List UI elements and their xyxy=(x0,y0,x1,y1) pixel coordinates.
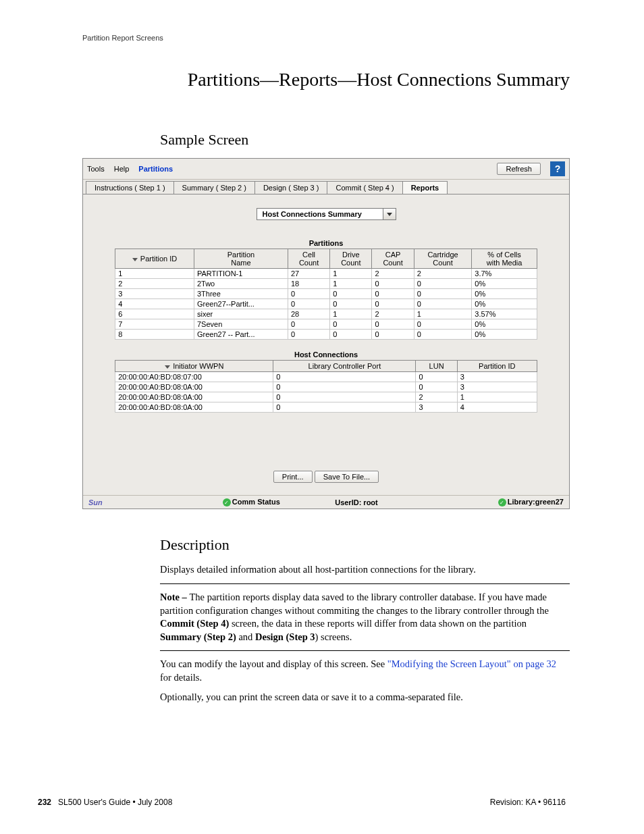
col-cartridge-count[interactable]: Cartridge Count xyxy=(414,249,472,269)
table-row[interactable]: 1PARTITION-1271223.7% xyxy=(115,269,537,279)
hosts-table-title: Host Connections xyxy=(97,350,556,359)
col-drive-count[interactable]: Drive Count xyxy=(330,249,372,269)
modifying-layout-link[interactable]: "Modifying the Screen Layout" on page 32 xyxy=(387,658,556,669)
tab-design[interactable]: Design ( Step 3 ) xyxy=(254,181,328,194)
table-cell: 0 xyxy=(414,319,472,330)
table-row[interactable]: 22Two181000% xyxy=(115,279,537,289)
menu-help[interactable]: Help xyxy=(114,165,130,173)
table-row[interactable]: 4Green27--Partit...00000% xyxy=(115,299,537,309)
save-to-file-button[interactable]: Save To File... xyxy=(315,471,379,483)
sun-logo: Sun xyxy=(88,498,103,506)
col-cell-count[interactable]: Cell Count xyxy=(288,249,329,269)
table-cell: 7 xyxy=(115,319,194,330)
page-footer: 232 SL500 User's Guide • July 2008 Revis… xyxy=(38,798,566,807)
table-cell: 28 xyxy=(288,309,329,319)
application-window: Tools Help Partitions Refresh ? Instruct… xyxy=(82,158,570,509)
col-lun[interactable]: LUN xyxy=(416,361,457,372)
help-icon[interactable]: ? xyxy=(550,161,565,176)
description-body: Displays detailed information about all … xyxy=(160,563,570,704)
table-cell: 1 xyxy=(457,392,537,402)
table-row[interactable]: 20:00:00:A0:BD:08:07:00003 xyxy=(115,372,537,382)
table-cell: 2Two xyxy=(194,279,288,289)
running-header: Partition Report Screens xyxy=(82,34,570,42)
table-row[interactable]: 20:00:00:A0:BD:08:0A:00034 xyxy=(115,402,537,413)
revision-label: Revision: KA • 96116 xyxy=(490,798,566,807)
refresh-button[interactable]: Refresh xyxy=(497,163,541,175)
table-cell: PARTITION-1 xyxy=(194,269,288,279)
table-cell: 7Seven xyxy=(194,319,288,330)
menu-tools[interactable]: Tools xyxy=(87,165,105,173)
table-cell: 3.57% xyxy=(472,309,537,319)
table-row[interactable]: 20:00:00:A0:BD:08:0A:00021 xyxy=(115,392,537,402)
table-row[interactable]: 77Seven00000% xyxy=(115,319,537,330)
sort-indicator-icon xyxy=(132,258,138,261)
table-cell: 0 xyxy=(273,392,416,402)
library-label: ✓Library:green27 xyxy=(498,498,564,506)
chevron-down-icon[interactable] xyxy=(383,208,396,220)
print-button[interactable]: Print... xyxy=(273,471,313,483)
table-cell: 0 xyxy=(330,330,372,340)
guide-title: SL500 User's Guide • July 2008 xyxy=(58,798,172,807)
section-description: Description xyxy=(160,536,570,554)
table-cell: 2 xyxy=(416,392,457,402)
check-icon: ✓ xyxy=(498,498,506,506)
table-cell: 3 xyxy=(457,382,537,392)
table-cell: 3.7% xyxy=(472,269,537,279)
table-cell: 0 xyxy=(330,319,372,330)
table-row[interactable]: 33Three00000% xyxy=(115,289,537,299)
table-cell: 0 xyxy=(372,330,414,340)
table-row[interactable]: 6sixer281213.57% xyxy=(115,309,537,319)
col-cap-count[interactable]: CAP Count xyxy=(372,249,414,269)
col-controller-port[interactable]: Library Controller Port xyxy=(273,361,416,372)
tab-bar: Instructions ( Step 1 ) Summary ( Step 2… xyxy=(83,180,569,194)
table-cell: 0 xyxy=(416,372,457,382)
table-cell: 1 xyxy=(330,279,372,289)
table-cell: 2 xyxy=(115,279,194,289)
tab-summary[interactable]: Summary ( Step 2 ) xyxy=(173,181,255,194)
tab-reports[interactable]: Reports xyxy=(402,181,448,194)
report-select[interactable]: Host Connections Summary xyxy=(257,208,396,220)
check-icon: ✓ xyxy=(223,498,231,506)
table-cell: 4 xyxy=(457,402,537,413)
col-partition-id[interactable]: Partition ID xyxy=(115,249,194,269)
table-cell: 3 xyxy=(115,289,194,299)
desc-p1: Displays detailed information about all … xyxy=(160,563,570,577)
desc-note: Note – The partition reports display dat… xyxy=(160,591,570,644)
table-row[interactable]: 8Green27 -- Part...00000% xyxy=(115,330,537,340)
table-cell: 20:00:00:A0:BD:08:0A:00 xyxy=(115,402,273,413)
table-cell: 0 xyxy=(416,382,457,392)
page-title: Partitions—Reports—Host Connections Summ… xyxy=(82,69,570,90)
table-cell: 0 xyxy=(273,372,416,382)
col-initiator-wwpn[interactable]: Initiator WWPN xyxy=(115,361,273,372)
col-pct-media[interactable]: % of Cells with Media xyxy=(472,249,537,269)
table-cell: 1 xyxy=(414,309,472,319)
tab-commit[interactable]: Commit ( Step 4 ) xyxy=(327,181,402,194)
table-cell: 2 xyxy=(372,309,414,319)
desc-p3: Optionally, you can print the screen dat… xyxy=(160,691,570,704)
table-cell: 0 xyxy=(288,299,329,309)
table-cell: 0 xyxy=(330,289,372,299)
table-cell: 1 xyxy=(330,309,372,319)
user-id-label: UserID: root xyxy=(335,498,378,506)
col-partition-id-host[interactable]: Partition ID xyxy=(457,361,537,372)
table-cell: 1 xyxy=(115,269,194,279)
table-cell: 0% xyxy=(472,289,537,299)
table-cell: 0 xyxy=(414,330,472,340)
table-cell: 20:00:00:A0:BD:08:07:00 xyxy=(115,372,273,382)
menu-bar: Tools Help Partitions Refresh ? xyxy=(83,159,569,180)
table-cell: sixer xyxy=(194,309,288,319)
table-cell: 0 xyxy=(288,330,329,340)
menu-partitions[interactable]: Partitions xyxy=(138,165,173,173)
hosts-table: Initiator WWPN Library Controller Port L… xyxy=(115,360,537,413)
table-cell: 0 xyxy=(414,299,472,309)
col-partition-name[interactable]: Partition Name xyxy=(194,249,288,269)
partitions-table-title: Partitions xyxy=(97,239,556,247)
tab-instructions[interactable]: Instructions ( Step 1 ) xyxy=(86,181,174,194)
table-cell: 20:00:00:A0:BD:08:0A:00 xyxy=(115,392,273,402)
table-cell: 0 xyxy=(372,299,414,309)
table-cell: 0 xyxy=(414,289,472,299)
status-bar: Sun ✓Comm Status UserID: root ✓Library:g… xyxy=(83,495,569,509)
table-cell: 0 xyxy=(414,279,472,289)
table-cell: 27 xyxy=(288,269,329,279)
table-row[interactable]: 20:00:00:A0:BD:08:0A:00003 xyxy=(115,382,537,392)
